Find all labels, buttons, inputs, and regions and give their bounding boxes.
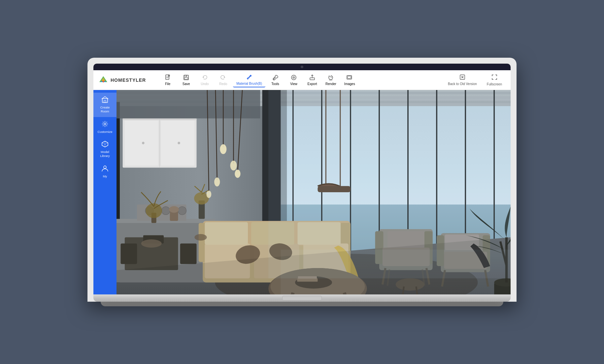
fullscreen-icon xyxy=(491,74,497,82)
tool-redo[interactable]: Redo xyxy=(215,73,232,87)
svg-point-96 xyxy=(214,177,220,186)
svg-point-94 xyxy=(230,161,237,170)
screen-bezel: HOMESTYLER xyxy=(93,64,511,294)
render-icon xyxy=(328,75,334,81)
fullscreen-label: Fullscreen xyxy=(487,82,502,86)
room-scene-svg xyxy=(117,90,511,294)
export-icon xyxy=(309,75,315,81)
customize-icon xyxy=(101,120,109,129)
sidebar-item-my[interactable]: My xyxy=(93,162,117,182)
export-label: Export xyxy=(308,82,317,86)
svg-point-17 xyxy=(293,77,294,77)
svg-point-95 xyxy=(235,170,240,178)
tool-file[interactable]: File xyxy=(159,73,176,87)
canvas-area[interactable] xyxy=(117,90,511,294)
tool-material-brush[interactable]: Material Brush(B) xyxy=(233,73,265,87)
undo-icon xyxy=(202,75,208,81)
tool-export[interactable]: Export xyxy=(304,73,321,87)
main-area: CreateRoom Customize xyxy=(93,90,511,294)
svg-point-77 xyxy=(178,207,186,215)
svg-rect-31 xyxy=(104,101,106,103)
trackpad xyxy=(282,296,322,300)
homestyler-logo-icon xyxy=(99,76,108,85)
view-icon xyxy=(291,75,297,81)
sidebar: CreateRoom Customize xyxy=(93,90,117,294)
redo-icon xyxy=(220,75,226,81)
laptop-container: HOMESTYLER xyxy=(87,58,517,306)
sidebar-item-create-room[interactable]: CreateRoom xyxy=(93,93,117,117)
scene-container xyxy=(117,90,511,294)
material-brush-label: Material Brush(B) xyxy=(236,82,262,85)
images-label: Images xyxy=(344,82,355,86)
model-library-label: ModelLibrary xyxy=(100,150,110,158)
svg-point-76 xyxy=(162,207,170,215)
svg-point-33 xyxy=(104,166,106,168)
my-label: My xyxy=(103,174,107,178)
fullscreen-button[interactable]: Fullscreen xyxy=(484,73,505,87)
tool-render[interactable]: Render xyxy=(322,73,340,87)
svg-point-32 xyxy=(104,123,106,125)
create-room-label: CreateRoom xyxy=(100,106,110,114)
svg-point-21 xyxy=(329,79,332,80)
tool-save[interactable]: Save xyxy=(178,73,195,87)
sidebar-item-customize[interactable]: Customize xyxy=(93,117,117,137)
model-library-icon xyxy=(101,140,109,149)
tool-view[interactable]: View xyxy=(285,73,302,87)
laptop-base xyxy=(93,294,511,302)
svg-rect-86 xyxy=(180,243,197,264)
sidebar-item-model-library[interactable]: ModelLibrary xyxy=(93,137,117,162)
svg-point-93 xyxy=(220,144,226,154)
toolbar-tools: File S xyxy=(159,73,441,87)
laptop-body: HOMESTYLER xyxy=(87,58,517,302)
undo-label: Undo xyxy=(201,82,209,86)
laptop-stand xyxy=(101,302,503,306)
view-label: View xyxy=(290,82,297,86)
svg-point-69 xyxy=(142,142,144,144)
render-label: Render xyxy=(325,82,336,86)
svg-point-14 xyxy=(274,79,274,79)
my-icon xyxy=(101,165,109,174)
tools-label: Tools xyxy=(271,82,279,86)
svg-point-153 xyxy=(194,234,207,241)
redo-label: Redo xyxy=(219,82,227,86)
customize-label: Customize xyxy=(98,130,113,134)
tool-images[interactable]: Images xyxy=(341,73,358,87)
svg-rect-67 xyxy=(125,120,158,166)
svg-rect-84 xyxy=(120,243,137,264)
tool-undo[interactable]: Undo xyxy=(196,73,213,87)
material-brush-icon xyxy=(246,74,252,81)
svg-point-87 xyxy=(141,239,162,248)
save-icon xyxy=(183,75,189,81)
images-icon xyxy=(347,75,352,81)
create-room-icon xyxy=(101,96,109,105)
file-icon xyxy=(165,75,171,81)
save-label: Save xyxy=(183,82,190,86)
svg-rect-10 xyxy=(185,77,188,79)
svg-rect-23 xyxy=(348,76,351,78)
back-to-old-version-button[interactable]: Back to Old Version xyxy=(444,73,481,87)
svg-rect-156 xyxy=(281,250,511,294)
back-to-old-version-label: Back to Old Version xyxy=(448,82,477,86)
tools-icon xyxy=(272,75,278,81)
svg-point-97 xyxy=(206,191,211,198)
svg-rect-71 xyxy=(117,90,260,118)
svg-rect-68 xyxy=(161,120,194,166)
tool-tools[interactable]: Tools xyxy=(267,73,284,87)
toolbar: HOMESTYLER xyxy=(93,70,511,90)
back-old-version-icon xyxy=(459,74,465,81)
file-label: File xyxy=(165,82,170,86)
screen-content: HOMESTYLER xyxy=(93,70,511,294)
app-name: HOMESTYLER xyxy=(111,77,146,83)
svg-point-152 xyxy=(169,206,179,213)
svg-rect-110 xyxy=(205,222,248,245)
camera-dot xyxy=(301,66,303,68)
svg-point-70 xyxy=(178,142,180,144)
logo-area: HOMESTYLER xyxy=(99,76,146,85)
svg-point-13 xyxy=(247,78,248,79)
